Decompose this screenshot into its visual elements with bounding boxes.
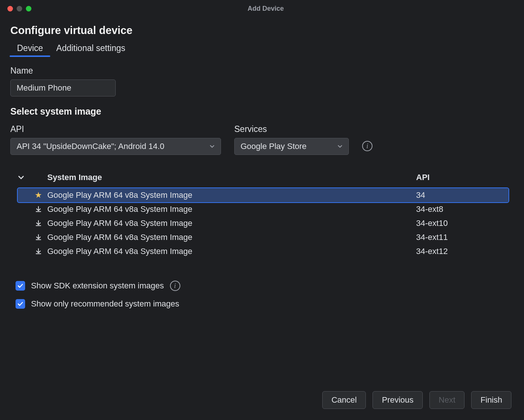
system-image-api: 34-ext11 [416,233,505,242]
system-image-name: Google Play ARM 64 v8a System Image [47,247,416,256]
system-image-name: Google Play ARM 64 v8a System Image [47,233,416,242]
previous-button[interactable]: Previous [372,391,423,409]
show-sdk-ext-label: Show SDK extension system images [31,281,164,291]
window-title: Add Device [7,5,524,13]
download-icon[interactable] [35,234,42,241]
chevron-down-icon [337,144,343,149]
services-dropdown-value: Google Play Store [241,142,307,151]
download-icon[interactable] [35,248,42,255]
close-window-icon[interactable] [7,6,13,11]
table-row[interactable]: Google Play ARM 64 v8a System Image34-ex… [18,244,508,258]
table-header: System Image API [18,170,508,185]
collapse-chevron-icon[interactable] [18,174,24,181]
star-icon: ★ [35,190,42,200]
system-image-api: 34-ext12 [416,247,505,256]
next-button: Next [429,391,465,409]
system-image-api: 34-ext8 [416,204,505,214]
minimize-window-icon [17,6,22,11]
table-row[interactable]: Google Play ARM 64 v8a System Image34-ex… [18,216,508,230]
chevron-down-icon [210,144,215,149]
download-icon[interactable] [35,220,42,227]
show-sdk-ext-checkbox[interactable] [16,281,25,291]
table-row[interactable]: Google Play ARM 64 v8a System Image34-ex… [18,202,508,216]
tab-device[interactable]: Device [17,43,43,57]
info-icon[interactable]: i [362,141,372,151]
table-row[interactable]: Google Play ARM 64 v8a System Image34-ex… [18,230,508,244]
titlebar: Add Device [0,0,524,17]
cancel-button[interactable]: Cancel [322,391,366,409]
services-label: Services [234,124,349,134]
system-image-name: Google Play ARM 64 v8a System Image [47,190,416,200]
name-input[interactable] [10,79,116,96]
table-header-name: System Image [47,173,416,182]
tab-additional-settings[interactable]: Additional settings [56,43,125,57]
name-label: Name [10,66,512,76]
api-dropdown-value: API 34 "UpsideDownCake"; Android 14.0 [17,142,164,151]
api-label: API [10,124,221,134]
system-image-name: Google Play ARM 64 v8a System Image [47,219,416,228]
select-image-heading: Select system image [10,106,512,117]
info-icon[interactable]: i [170,281,180,291]
page-heading: Configure virtual device [10,24,512,37]
services-dropdown[interactable]: Google Play Store [234,138,349,155]
system-image-name: Google Play ARM 64 v8a System Image [47,204,416,214]
table-header-api: API [416,173,508,182]
api-dropdown[interactable]: API 34 "UpsideDownCake"; Android 14.0 [10,138,221,155]
finish-button[interactable]: Finish [471,391,511,409]
show-recommended-label: Show only recommended system images [31,299,179,309]
system-image-api: 34 [416,190,505,200]
maximize-window-icon[interactable] [26,6,31,11]
system-image-api: 34-ext10 [416,219,505,228]
check-icon [17,283,23,289]
table-row[interactable]: ★Google Play ARM 64 v8a System Image34 [18,188,508,202]
show-recommended-checkbox[interactable] [16,299,25,309]
footer-button-row: Cancel Previous Next Finish [0,382,524,420]
check-icon [17,301,23,307]
download-icon[interactable] [35,206,42,213]
